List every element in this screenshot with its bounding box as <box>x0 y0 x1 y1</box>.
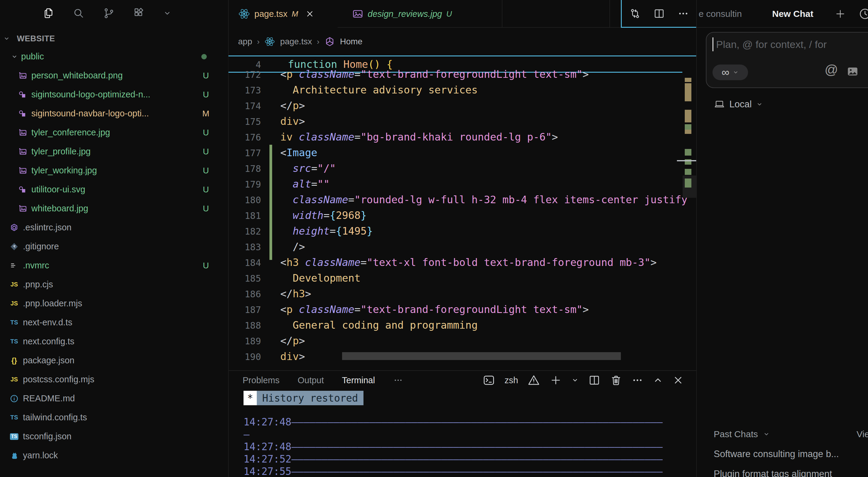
explorer-item[interactable]: yarn.lock <box>0 446 228 465</box>
list-icon <box>9 261 19 271</box>
line-number: 190 <box>228 349 280 364</box>
chevron-right-icon: › <box>257 37 260 47</box>
file-label: .nvmrc <box>23 261 49 270</box>
agent-mode-selector[interactable]: ∞ <box>712 64 748 80</box>
tab-separator <box>502 0 502 27</box>
more-actions-icon[interactable] <box>631 374 644 386</box>
tab-label: design_reviews.jpg <box>368 9 442 19</box>
more-tabs-icon[interactable] <box>393 375 403 385</box>
yarn-icon <box>9 450 19 461</box>
explorer-item[interactable]: public <box>0 47 228 66</box>
chat-tab-new-chat[interactable]: New Chat <box>772 0 813 28</box>
tab-design-reviews-jpg[interactable]: design_reviews.jpg U <box>338 0 502 28</box>
breadcrumb-file[interactable]: page.tsx <box>280 37 312 47</box>
modified-line-gutter-bar <box>270 160 272 176</box>
chat-topbar-border <box>697 27 868 28</box>
tab-untracked-badge: U <box>446 9 452 19</box>
more-actions-icon[interactable] <box>677 7 689 20</box>
source-control-icon[interactable] <box>102 7 115 20</box>
breadcrumb-app[interactable]: app <box>238 37 252 47</box>
files-icon[interactable] <box>42 7 55 20</box>
explorer-item[interactable]: TSnext-env.d.ts <box>0 313 228 332</box>
svg-icon <box>18 184 28 195</box>
tab-problems[interactable]: Problems <box>243 376 280 385</box>
context-selector[interactable]: Local <box>714 95 763 113</box>
close-icon[interactable] <box>305 9 314 19</box>
explorer-item[interactable]: tyler_working.jpgU <box>0 161 228 180</box>
mention-context-icon[interactable]: @ <box>825 62 838 77</box>
attach-image-icon[interactable] <box>846 65 859 78</box>
explorer-item[interactable]: .eslintrc.json <box>0 218 228 237</box>
explorer-item[interactable]: utilitoor-ui.svgU <box>0 180 228 199</box>
explorer-item[interactable]: whiteboard.jpgU <box>0 199 228 218</box>
terminal-line: 14:27:55––––––––––––––––––––––––––––––––… <box>244 465 689 477</box>
chat-tab-previous[interactable]: e consultin <box>699 0 771 28</box>
explorer-item[interactable]: JS.pnp.cjs <box>0 275 228 294</box>
explorer-item[interactable]: {}package.json <box>0 351 228 370</box>
extensions-icon[interactable] <box>133 7 145 20</box>
shell-name[interactable]: zsh <box>504 376 518 385</box>
ts-icon: TS <box>9 318 19 328</box>
split-terminal-icon[interactable] <box>588 374 601 387</box>
tab-terminal[interactable]: Terminal <box>342 376 375 385</box>
line-number: 172 <box>228 67 280 82</box>
new-terminal-icon[interactable] <box>550 374 562 387</box>
past-chat-item[interactable]: Software consulting image b... <box>714 447 867 461</box>
tab-output[interactable]: Output <box>298 376 324 385</box>
close-panel-icon[interactable] <box>673 375 684 386</box>
explorer-item[interactable]: person_whiteboard.pngU <box>0 66 228 85</box>
explorer-item[interactable]: sigintsound-navbar-logo-opti...M <box>0 104 228 123</box>
new-chat-icon[interactable] <box>834 8 846 20</box>
line-number: 179 <box>228 177 280 192</box>
code-line: 189</p> <box>228 333 693 349</box>
chevron-down-icon <box>756 101 763 108</box>
tab-page-tsx[interactable]: page.tsx M <box>228 0 338 28</box>
explorer-item[interactable]: TSnext.config.ts <box>0 332 228 351</box>
react-icon <box>264 36 275 47</box>
explorer-item[interactable]: JS.pnp.loader.mjs <box>0 294 228 313</box>
code-line: 181 width={2968} <box>228 207 693 223</box>
explorer-item[interactable]: tyler_conference.jpgU <box>0 123 228 142</box>
modified-line-gutter-bar <box>270 207 272 223</box>
horizontal-scrollbar[interactable] <box>342 352 621 360</box>
explorer-item[interactable]: TStailwind.config.ts <box>0 408 228 427</box>
code-line: 178 src="/" <box>228 160 693 176</box>
explorer-section-header[interactable]: WEBSITE <box>0 30 228 47</box>
warning-icon[interactable] <box>527 374 540 387</box>
chat-input-placeholder: Plan, @ for context, / for <box>716 38 827 50</box>
split-editor-icon[interactable] <box>653 7 665 20</box>
past-chat-item[interactable]: Plugin format tags alignment <box>714 467 867 477</box>
image-icon <box>18 127 28 138</box>
chat-panel-divider[interactable] <box>696 0 697 477</box>
code-line: 172<p className="text-brand-foregroundLi… <box>228 66 693 82</box>
explorer-item[interactable]: sigintsound-logo-optimized-n...U <box>0 85 228 104</box>
compare-changes-icon[interactable] <box>629 7 641 20</box>
line-number: 186 <box>228 287 280 301</box>
explorer-item[interactable]: TStsconfig.json <box>0 427 228 446</box>
past-chats-header[interactable]: Past Chats <box>714 425 770 443</box>
file-label: whiteboard.jpg <box>31 204 88 213</box>
code-line: 188 General coding and programming <box>228 317 693 333</box>
explorer-item[interactable]: JSpostcss.config.mjs <box>0 370 228 389</box>
explorer-item[interactable]: .gitignore <box>0 237 228 256</box>
file-label: .eslintrc.json <box>23 222 71 233</box>
chevron-down-icon[interactable] <box>571 376 579 384</box>
maximize-panel-icon[interactable] <box>652 375 663 386</box>
view-all-link[interactable]: View <box>857 425 868 443</box>
file-label: next-env.d.ts <box>23 318 72 327</box>
search-icon[interactable] <box>72 7 85 20</box>
breadcrumb-symbol[interactable]: Home <box>340 37 363 47</box>
code-line: 173 Architecture advisory services <box>228 82 693 98</box>
explorer-item[interactable]: tyler_profile.jpgU <box>0 142 228 161</box>
chat-history-clock-icon[interactable] <box>858 7 868 21</box>
code-line: 179 alt="" <box>228 176 693 192</box>
git-status-badge: U <box>199 166 213 176</box>
modified-line-gutter-bar <box>270 176 272 192</box>
file-label: sigintsound-navbar-logo-opti... <box>31 109 149 119</box>
explorer-item[interactable]: README.md <box>0 389 228 408</box>
git-status-badge: U <box>199 204 213 213</box>
infinity-icon: ∞ <box>721 67 730 78</box>
kill-terminal-icon[interactable] <box>610 374 622 387</box>
chevron-down-icon[interactable] <box>163 9 172 18</box>
explorer-item[interactable]: .nvmrcU <box>0 256 228 275</box>
